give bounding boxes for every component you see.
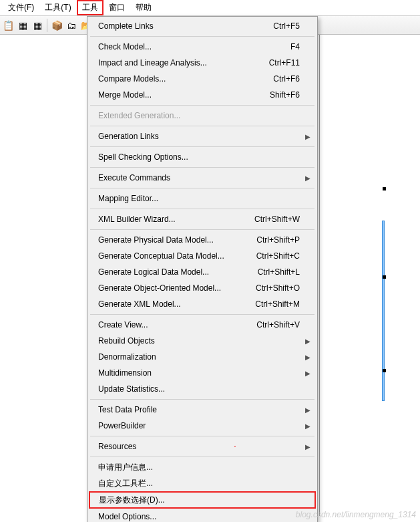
- menu-item-shortcut: Shift+F6: [270, 90, 300, 100]
- menu-separator: [90, 229, 314, 230]
- menu-item[interactable]: Multidimension▶: [89, 365, 316, 381]
- menu-item-label: Multidimension: [98, 368, 300, 378]
- menu-separator: [90, 456, 314, 457]
- menu-item-label: Generation Links: [98, 132, 300, 141]
- menu-item[interactable]: Impact and Lineage Analysis...Ctrl+F11: [89, 55, 316, 71]
- menu-item-label: Extended Generation...: [98, 111, 300, 120]
- menu-item[interactable]: Generate Conceptual Data Model...Ctrl+Sh…: [89, 248, 316, 264]
- menu-item[interactable]: Check Model...F4: [89, 39, 316, 55]
- menu-item[interactable]: Denormalization▶: [89, 349, 316, 365]
- menu-item-label: Model Options...: [98, 512, 300, 521]
- menu-item-label: Generate XML Model...: [98, 299, 255, 309]
- menu-item-shortcut: Ctrl+Shift+C: [256, 251, 300, 261]
- menu-item: Extended Generation...: [89, 108, 316, 124]
- menu-item-shortcut: Ctrl+Shift+V: [256, 320, 300, 330]
- highlighted-menu-item: 显示参数选择(D)...: [89, 491, 316, 509]
- menu-item-shortcut: Ctrl+F6: [273, 74, 300, 84]
- menu-separator: [90, 167, 314, 168]
- menu-item-label: Complete Links: [98, 21, 273, 31]
- chevron-right-icon: ▶: [305, 354, 310, 361]
- menubar-item-2[interactable]: 工具: [77, 0, 103, 15]
- chevron-right-icon: ▶: [305, 443, 310, 450]
- menu-item[interactable]: XML Builder Wizard...Ctrl+Shift+W: [89, 211, 316, 227]
- handle-dot[interactable]: [383, 275, 386, 279]
- tools-dropdown: Complete LinksCtrl+F5Check Model...F4Imp…: [87, 16, 318, 522]
- menu-item-label: Create View...: [98, 320, 256, 330]
- menu-item-label: Impact and Lineage Analysis...: [98, 58, 269, 68]
- menubar: 文件(F)工具(T)工具窗口帮助: [0, 0, 420, 16]
- menu-item[interactable]: Spell Checking Options...: [89, 149, 316, 165]
- chevron-right-icon: ▶: [305, 370, 310, 377]
- menu-item[interactable]: Compare Models...Ctrl+F6: [89, 71, 316, 87]
- menu-separator: [90, 126, 314, 126]
- handle-dot[interactable]: [383, 369, 386, 372]
- menu-separator: [90, 105, 314, 106]
- menu-item[interactable]: Update Statistics...: [89, 381, 316, 397]
- menu-item-label: Denormalization: [98, 352, 300, 362]
- menu-item-shortcut: Ctrl+F5: [273, 21, 300, 31]
- menu-item-shortcut: Ctrl+Shift+O: [256, 283, 300, 293]
- menu-item[interactable]: Generate Logical Data Model...Ctrl+Shift…: [89, 264, 316, 280]
- menu-item-shortcut: F4: [290, 42, 300, 51]
- chevron-right-icon: ▶: [305, 338, 310, 345]
- menu-separator: [90, 314, 314, 315]
- toolbar-icon-4[interactable]: 📦: [50, 19, 63, 32]
- menu-item[interactable]: PowerBuilder▶: [89, 418, 316, 434]
- toolbar-separator: [47, 19, 47, 32]
- menu-item-label: Spell Checking Options...: [98, 152, 300, 162]
- menu-item-label: Rebuild Objects: [98, 336, 300, 346]
- chevron-right-icon: ▶: [305, 406, 310, 414]
- menu-separator: [90, 36, 314, 37]
- menu-item[interactable]: Generation Links▶: [89, 128, 316, 144]
- menubar-item-0[interactable]: 文件(F): [3, 0, 39, 15]
- menu-item-label: 自定义工具栏...: [98, 478, 300, 489]
- menu-item[interactable]: Create View...Ctrl+Shift+V: [89, 317, 316, 333]
- menu-item[interactable]: Generate XML Model...Ctrl+Shift+M: [89, 296, 316, 312]
- menu-item-label: Merge Model...: [98, 90, 270, 100]
- menu-separator: [90, 399, 314, 400]
- menu-item[interactable]: 自定义工具栏...: [89, 475, 316, 491]
- menu-item[interactable]: Merge Model...Shift+F6: [89, 87, 316, 103]
- menu-item[interactable]: Mapping Editor...: [89, 190, 316, 207]
- menu-item[interactable]: 申请用户信息...: [89, 459, 316, 475]
- menu-item-label: Update Statistics...: [98, 384, 300, 394]
- menu-item-label: Compare Models...: [98, 74, 273, 84]
- marker-dot: .: [234, 438, 236, 449]
- menu-item-label: PowerBuilder: [98, 421, 300, 430]
- menu-item-shortcut: Ctrl+Shift+P: [256, 235, 300, 245]
- menubar-item-4[interactable]: 帮助: [130, 0, 157, 15]
- menu-item[interactable]: Model Options...: [89, 509, 316, 522]
- menu-item-label: Check Model...: [98, 42, 290, 51]
- menu-item[interactable]: Test Data Profile▶: [89, 402, 316, 418]
- menu-item-label: Generate Logical Data Model...: [98, 267, 258, 277]
- menu-item-label: Test Data Profile: [98, 405, 300, 414]
- menu-item-label: Execute Commands: [98, 173, 300, 182]
- menu-item[interactable]: Resources▶: [89, 438, 316, 454]
- menu-item-label: Generate Physical Data Model...: [98, 235, 256, 245]
- selection-strip: [382, 221, 385, 401]
- menubar-item-3[interactable]: 窗口: [103, 0, 130, 15]
- handle-dot[interactable]: [383, 187, 386, 190]
- menu-item-shortcut: Ctrl+Shift+L: [258, 267, 300, 277]
- toolbar-icon-1[interactable]: ▦: [16, 19, 29, 32]
- toolbar-icon-5[interactable]: 🗂: [65, 19, 78, 32]
- menu-item[interactable]: 显示参数选择(D)...: [89, 492, 315, 508]
- menu-item-label: 申请用户信息...: [98, 462, 300, 473]
- menu-item[interactable]: Execute Commands▶: [89, 170, 316, 186]
- menu-item-label: Generate Object-Oriented Model...: [98, 283, 256, 293]
- menu-item-shortcut: Ctrl+F11: [269, 58, 300, 68]
- menu-item-label: Mapping Editor...: [98, 194, 300, 203]
- menu-separator: [90, 188, 314, 188]
- menu-separator: [90, 436, 314, 436]
- menu-item[interactable]: Generate Physical Data Model...Ctrl+Shif…: [89, 232, 316, 248]
- menu-item[interactable]: Rebuild Objects▶: [89, 333, 316, 349]
- toolbar-icon-2[interactable]: ▦: [31, 19, 44, 32]
- chevron-right-icon: ▶: [305, 133, 310, 140]
- menu-item-shortcut: Ctrl+Shift+M: [255, 299, 300, 309]
- chevron-right-icon: ▶: [305, 422, 310, 430]
- menubar-item-1[interactable]: 工具(T): [39, 0, 76, 15]
- menu-item[interactable]: Complete LinksCtrl+F5: [89, 18, 316, 34]
- toolbar-icon-0[interactable]: 📋: [1, 19, 15, 32]
- menu-item[interactable]: Generate Object-Oriented Model...Ctrl+Sh…: [89, 280, 316, 296]
- menu-separator: [90, 209, 314, 209]
